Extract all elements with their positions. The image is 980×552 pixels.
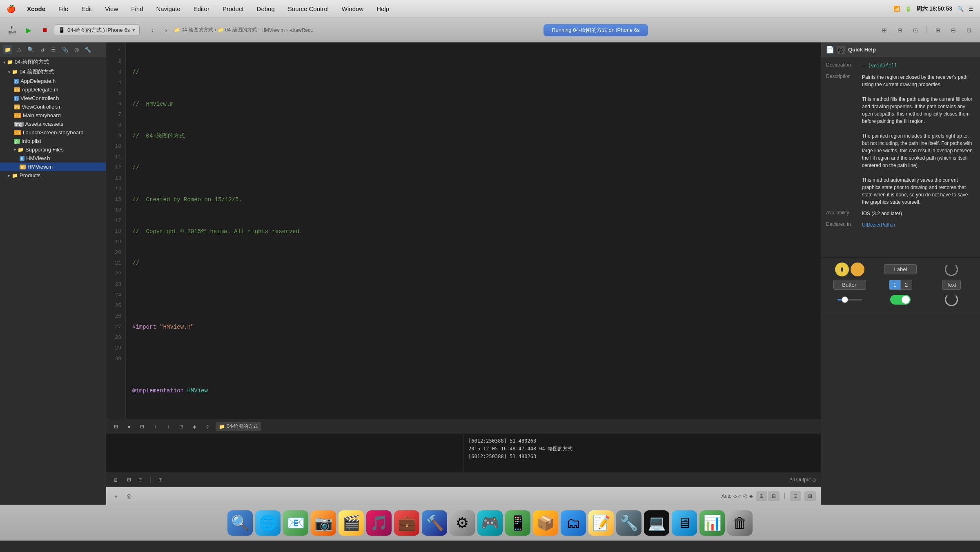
editor-bottom-icon-3[interactable]: ⊟ <box>137 422 147 432</box>
menu-navigate[interactable]: Navigate <box>154 4 182 13</box>
dock-item-trash[interactable]: 🗑 <box>727 510 753 536</box>
menu-debug[interactable]: Debug <box>255 4 276 13</box>
code-content[interactable]: // // HMView.m // 04-绘图的方式 // // Created… <box>126 42 821 419</box>
code-editor[interactable]: 1 2 3 4 5 6 7 8 9 10 11 12 13 14 15 16 1… <box>106 42 821 419</box>
layout-btn-4[interactable]: ⊞ <box>804 491 816 501</box>
output-selector[interactable]: All Output ◇ <box>789 477 816 483</box>
sidebar-item-project-group[interactable]: ▾ 📁 04-绘图的方式 <box>0 67 106 77</box>
stop-button[interactable]: ■ <box>38 23 52 38</box>
dock-item-tools[interactable]: 🔧 <box>616 510 641 536</box>
pause-button[interactable]: ⏸ 暂停 <box>5 23 20 38</box>
sidebar-icon-breakpoints[interactable]: ◎ <box>72 45 81 54</box>
dock-item-safari[interactable]: 🌐 <box>255 510 281 536</box>
console-output[interactable]: [6012:250388] 51.480263 2015-12-05 16:48… <box>463 434 821 472</box>
editor-bottom-icon-2[interactable]: ● <box>124 422 134 432</box>
console-filter-icon[interactable]: ⊞ <box>156 475 165 485</box>
editor-bottom-icon-1[interactable]: ⊞ <box>111 422 121 432</box>
sidebar-item-info-plist[interactable]: pl Info.plist <box>0 137 106 145</box>
apple-menu[interactable]: 🍎 <box>7 4 16 13</box>
dock-item-monitor[interactable]: 🖥 <box>672 510 697 536</box>
dock-item-phone[interactable]: 📱 <box>505 510 530 536</box>
sidebar-item-hmview-h[interactable]: h HMView.h <box>0 154 106 162</box>
widget-button[interactable]: Button <box>833 280 866 290</box>
widget-text-button[interactable]: Text <box>942 280 961 290</box>
sidebar-item-supporting-files[interactable]: ▾ 📁 Supporting Files <box>0 145 106 154</box>
utilities-toggle[interactable]: ⊡ <box>963 24 975 36</box>
sidebar-item-appdelegate-h[interactable]: h AppDelegate.h <box>0 77 106 85</box>
sidebar-icon-search[interactable]: 🔍 <box>26 45 35 54</box>
widget-seg-1[interactable]: 1 <box>889 280 900 289</box>
console-clear-button[interactable]: 🗑 <box>111 475 121 485</box>
sidebar-icon-debug[interactable]: 📎 <box>60 45 69 54</box>
dock-item-gamepad[interactable]: 🎮 <box>477 510 503 536</box>
sidebar-item-viewcontroller-h[interactable]: h ViewController.h <box>0 94 106 102</box>
dock-item-packages[interactable]: 📦 <box>533 510 558 536</box>
widget-seg-2[interactable]: 2 <box>900 280 912 289</box>
sidebar-icon-issues[interactable]: ⊿ <box>38 45 47 54</box>
widget-slider[interactable] <box>837 299 862 300</box>
status-icon-inspect2[interactable]: ◈ <box>749 493 753 499</box>
sidebar-icon-symbols[interactable]: ⚠ <box>15 45 24 54</box>
dock-item-settings[interactable]: ⚙ <box>450 510 475 536</box>
editor-bottom-icon-7[interactable]: ◈ <box>189 422 199 432</box>
editor-version-button[interactable]: ⊡ <box>909 24 922 36</box>
panel-tab-2[interactable]: ◎ <box>837 46 845 54</box>
navigator-toggle[interactable]: ⊞ <box>932 24 944 36</box>
auto-label[interactable]: Auto ◇ ◇ ◎ ◈ <box>722 493 753 499</box>
widget-toggle[interactable] <box>890 295 911 305</box>
dock-item-finder[interactable]: 🔍 <box>227 510 253 536</box>
menu-find[interactable]: Find <box>129 4 145 13</box>
sidebar-item-appdelegate-m[interactable]: m AppDelegate.m <box>0 85 106 94</box>
dock-item-iphoto[interactable]: 🎬 <box>339 510 364 536</box>
dock-item-numbers[interactable]: 📊 <box>699 510 725 536</box>
menu-xcode[interactable]: Xcode <box>25 4 47 13</box>
notification-icon[interactable]: ☰ <box>969 6 973 12</box>
add-button[interactable]: + <box>111 491 121 501</box>
sidebar-item-launchscreen[interactable]: sb LaunchScreen.storyboard <box>0 128 106 137</box>
sidebar-item-assets[interactable]: img Assets.xcassets <box>0 120 106 128</box>
console-layout-2[interactable]: ⊟ <box>136 475 145 485</box>
editor-standard-button[interactable]: ⊞ <box>878 24 891 36</box>
sidebar-item-viewcontroller-m[interactable]: m ViewController.m <box>0 102 106 111</box>
sidebar-item-products[interactable]: ▸ 📁 Products <box>0 171 106 180</box>
sidebar-item-project-root[interactable]: ▾ 📁 04-绘图的方式 <box>0 57 106 67</box>
sidebar-icon-reports[interactable]: 🔧 <box>83 45 92 54</box>
editor-assistant-button[interactable]: ⊟ <box>894 24 906 36</box>
layout-btn-3[interactable]: ⊡ <box>790 491 801 501</box>
menu-view[interactable]: View <box>103 4 120 13</box>
nav-forward-button[interactable]: › <box>160 24 172 36</box>
dock-item-notes[interactable]: 📝 <box>588 510 614 536</box>
widget-play-btn[interactable]: ⏸ <box>835 263 849 276</box>
status-icon-inspect1[interactable]: ◎ <box>743 493 747 499</box>
menu-product[interactable]: Product <box>221 4 245 13</box>
menu-source-control[interactable]: Source Control <box>286 4 330 13</box>
layout-btn-1[interactable]: ⊞ <box>756 491 767 501</box>
layout-btn-2[interactable]: ⊟ <box>768 491 780 501</box>
debug-toggle[interactable]: ⊟ <box>947 24 960 36</box>
sidebar-item-main-storyboard[interactable]: sb Main.storyboard <box>0 111 106 120</box>
console-layout-1[interactable]: ⊞ <box>124 475 134 485</box>
menu-edit[interactable]: Edit <box>80 4 94 13</box>
editor-bottom-icon-6[interactable]: ⊡ <box>176 422 186 432</box>
widget-label-button[interactable]: Label <box>884 264 917 274</box>
sidebar-icon-tests[interactable]: ☰ <box>49 45 58 54</box>
sidebar-icon-files[interactable]: 📁 <box>3 45 12 54</box>
nav-back-button[interactable]: ‹ <box>146 24 158 36</box>
menu-help[interactable]: Help <box>375 4 391 13</box>
editor-bottom-icon-4[interactable]: ↑ <box>150 422 160 432</box>
dock-item-xcode[interactable]: 🔨 <box>422 510 447 536</box>
editor-bottom-icon-8[interactable]: ⊹ <box>203 422 212 432</box>
slider-knob[interactable] <box>842 296 848 303</box>
dock-item-files[interactable]: 🗂 <box>561 510 586 536</box>
panel-tab-1[interactable]: 📄 <box>826 46 834 54</box>
dock-item-terminal[interactable]: 💻 <box>644 510 669 536</box>
editor-bottom-icon-5[interactable]: ↓ <box>163 422 173 432</box>
dock-item-calendar[interactable]: 💼 <box>394 510 419 536</box>
sidebar-item-hmview-m[interactable]: m HMView.m <box>0 162 106 171</box>
dock-item-mail[interactable]: 📧 <box>283 510 308 536</box>
scheme-selector[interactable]: 📱 04-绘图的方式 ) iPhone 6s ▾ <box>54 24 140 36</box>
menu-editor[interactable]: Editor <box>192 4 211 13</box>
dock-item-photos[interactable]: 📷 <box>311 510 336 536</box>
dock-item-itunes[interactable]: 🎵 <box>366 510 392 536</box>
menu-file[interactable]: File <box>57 4 70 13</box>
